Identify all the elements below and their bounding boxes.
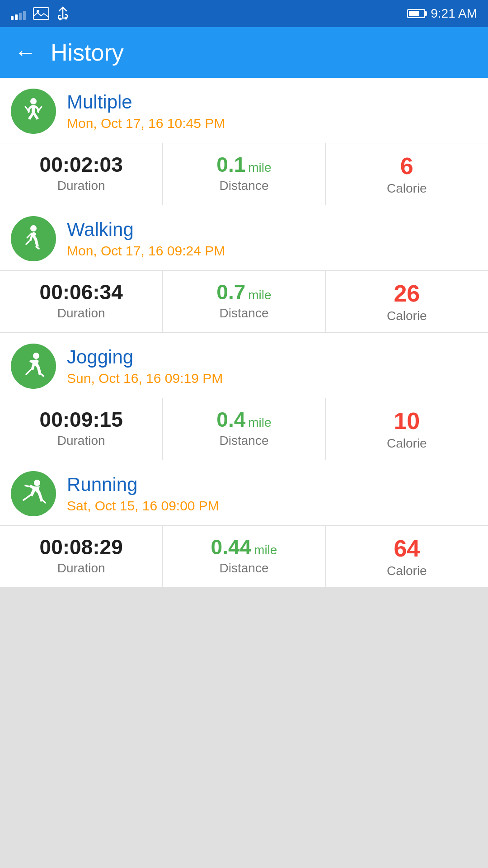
activity-date: Sun, Oct 16, 16 09:19 PM [67,371,223,386]
distance-label: Distance [220,434,269,448]
svg-line-5 [25,107,28,110]
svg-point-4 [30,98,37,104]
calorie-cell: 10 Calorie [326,398,488,460]
activity-icon-multiple [11,89,56,134]
list-item[interactable]: Multiple Mon, Oct 17, 16 10:45 PM 00:02:… [0,78,488,205]
distance-value: 0.7 [216,280,245,304]
page-title: History [51,39,124,66]
calorie-label: Calorie [387,309,427,323]
duration-value: 00:02:03 [40,152,123,177]
activity-header: Walking Mon, Oct 17, 16 09:24 PM [0,205,488,270]
distance-unit: mile [254,543,277,557]
distance-label: Distance [220,561,269,576]
stats-row: 00:02:03 Duration 0.1 mile Distance 6 Ca… [0,143,488,205]
duration-cell: 00:06:34 Duration [0,271,163,332]
svg-line-6 [39,107,42,110]
svg-rect-3 [65,17,67,19]
duration-value: 00:09:15 [40,407,123,432]
walking-icon [19,224,48,253]
calorie-cell: 26 Calorie [326,271,488,332]
distance-cell: 0.7 mile Distance [163,271,325,332]
activity-name: Multiple [67,91,225,113]
distance-wrap: 0.1 mile [216,152,271,177]
status-time: 9:21 AM [431,6,477,21]
running-icon [19,479,48,508]
calorie-label: Calorie [387,436,427,451]
svg-point-8 [33,353,39,359]
svg-point-7 [30,225,37,231]
svg-point-1 [37,10,39,13]
activity-info: Multiple Mon, Oct 17, 16 10:45 PM [67,91,225,131]
list-item[interactable]: Jogging Sun, Oct 16, 16 09:19 PM 00:09:1… [0,333,488,460]
duration-label: Duration [57,306,105,321]
activity-icon-running [11,471,56,516]
activity-info: Running Sat, Oct 15, 16 09:00 PM [67,474,219,514]
activity-info: Jogging Sun, Oct 16, 16 09:19 PM [67,346,223,386]
calorie-value: 64 [394,535,420,562]
distance-unit: mile [248,415,271,430]
activity-icon-walking [11,216,56,261]
distance-cell: 0.4 mile Distance [163,398,325,460]
distance-value: 0.4 [216,407,245,432]
jogging-icon [19,352,48,381]
distance-unit: mile [248,160,271,175]
status-bar-right: 9:21 AM [407,6,477,21]
distance-unit: mile [248,288,271,302]
distance-value: 0.1 [216,152,245,177]
duration-cell: 00:08:29 Duration [0,526,163,587]
duration-cell: 00:02:03 Duration [0,143,163,205]
calorie-value: 6 [400,152,413,179]
back-button[interactable]: ← [14,42,36,63]
activity-list: Multiple Mon, Oct 17, 16 10:45 PM 00:02:… [0,78,488,588]
distance-label: Distance [220,179,269,193]
activity-icon-jogging [11,344,56,389]
activity-header: Jogging Sun, Oct 16, 16 09:19 PM [0,333,488,398]
svg-rect-0 [33,8,49,19]
calorie-cell: 64 Calorie [326,526,488,587]
activity-info: Walking Mon, Oct 17, 16 09:24 PM [67,219,225,259]
stats-row: 00:09:15 Duration 0.4 mile Distance 10 C… [0,398,488,460]
list-item[interactable]: Walking Mon, Oct 17, 16 09:24 PM 00:06:3… [0,205,488,333]
activity-date: Mon, Oct 17, 16 09:24 PM [67,243,225,259]
activity-name: Running [67,474,219,495]
battery-icon [407,9,425,18]
duration-value: 00:08:29 [40,535,123,559]
distance-label: Distance [220,306,269,321]
duration-label: Duration [57,179,105,193]
activity-date: Mon, Oct 17, 16 10:45 PM [67,116,225,131]
distance-cell: 0.44 mile Distance [163,526,325,587]
svg-point-9 [34,480,40,486]
calorie-label: Calorie [387,181,427,196]
distance-wrap: 0.7 mile [216,280,271,304]
distance-wrap: 0.44 mile [211,535,277,559]
distance-value: 0.44 [211,535,252,559]
distance-wrap: 0.4 mile [216,407,271,432]
activity-date: Sat, Oct 15, 16 09:00 PM [67,498,219,514]
multiple-icon [19,97,48,126]
calorie-label: Calorie [387,564,427,578]
status-bar-left [11,6,69,21]
signal-icon [11,7,26,20]
stats-row: 00:06:34 Duration 0.7 mile Distance 26 C… [0,270,488,332]
duration-cell: 00:09:15 Duration [0,398,163,460]
duration-label: Duration [57,561,105,576]
image-icon [33,7,49,20]
activity-header: Multiple Mon, Oct 17, 16 10:45 PM [0,78,488,143]
activity-name: Walking [67,219,225,241]
duration-label: Duration [57,434,105,448]
calorie-value: 10 [394,407,420,434]
calorie-cell: 6 Calorie [326,143,488,205]
list-item[interactable]: Running Sat, Oct 15, 16 09:00 PM 00:08:2… [0,460,488,588]
distance-cell: 0.1 mile Distance [163,143,325,205]
activity-name: Jogging [67,346,223,368]
duration-value: 00:06:34 [40,280,123,304]
usb-icon [56,6,69,21]
footer-area [0,588,488,868]
svg-point-2 [59,18,61,20]
calorie-value: 26 [394,280,420,307]
app-bar: ← History [0,27,488,78]
activity-header: Running Sat, Oct 15, 16 09:00 PM [0,460,488,525]
status-bar: 9:21 AM [0,0,488,27]
stats-row: 00:08:29 Duration 0.44 mile Distance 64 … [0,525,488,587]
